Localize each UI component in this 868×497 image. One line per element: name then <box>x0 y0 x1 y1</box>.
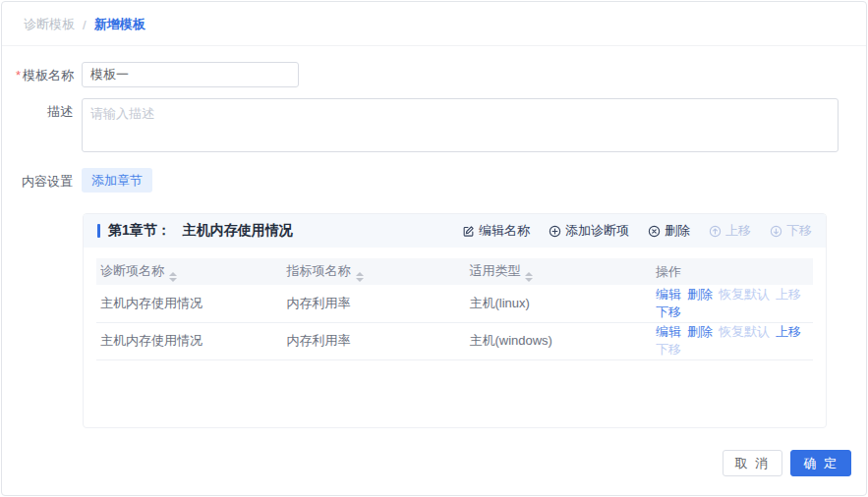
chapter-panel-header: 第1章节： 主机内存使用情况 编辑名称 添加诊断项 删除 上移 <box>84 214 826 248</box>
chapter-panel: 第1章节： 主机内存使用情况 编辑名称 添加诊断项 删除 上移 <box>83 213 827 428</box>
table-row: 主机内存使用情况 内存利用率 主机(linux) 编辑删除恢复默认上移下移 <box>96 285 813 322</box>
content-settings-label: 内容设置 <box>16 168 73 191</box>
cell-metric-name: 内存利用率 <box>283 322 466 359</box>
chapter-accent-bar <box>97 224 100 238</box>
add-chapter-button[interactable]: 添加章节 <box>82 168 152 193</box>
breadcrumb-parent[interactable]: 诊断模板 <box>24 16 75 33</box>
cell-operations: 编辑删除恢复默认上移下移 <box>652 285 813 322</box>
diagnostic-table-wrap: 诊断项名称 指标项名称 适用类型 操作 主机内存使用情况 内存利用率 主机(li… <box>84 248 826 360</box>
template-name-input[interactable] <box>82 62 299 87</box>
arrow-up-circle-icon <box>709 225 722 238</box>
sort-icon[interactable] <box>356 272 364 282</box>
chapter-title: 主机内存使用情况 <box>183 222 293 240</box>
move-chapter-up-action[interactable]: 上移 <box>709 222 751 240</box>
row-delete-link[interactable]: 删除 <box>687 324 713 339</box>
description-row: 描述 <box>16 98 866 152</box>
row-restore-default-link[interactable]: 恢复默认 <box>719 324 770 339</box>
cell-operations: 编辑删除恢复默认上移下移 <box>652 322 813 359</box>
chapter-prefix: 第1章节： <box>108 222 171 240</box>
add-diagnostic-action[interactable]: 添加诊断项 <box>549 222 629 240</box>
row-edit-link[interactable]: 编辑 <box>656 287 681 302</box>
breadcrumb-current: 新增模板 <box>94 16 145 33</box>
column-header-apply-type[interactable]: 适用类型 <box>465 258 652 285</box>
column-header-operation: 操作 <box>652 258 813 285</box>
cell-diagnostic-name: 主机内存使用情况 <box>96 322 283 359</box>
edit-square-icon <box>462 225 475 238</box>
plus-circle-icon <box>549 225 561 238</box>
close-circle-icon <box>648 225 661 238</box>
cell-metric-name: 内存利用率 <box>283 285 466 322</box>
sort-icon[interactable] <box>525 272 533 282</box>
sort-icon[interactable] <box>169 272 177 282</box>
row-move-up-link[interactable]: 上移 <box>776 324 801 339</box>
cell-diagnostic-name: 主机内存使用情况 <box>96 285 283 322</box>
table-header-row: 诊断项名称 指标项名称 适用类型 操作 <box>96 258 813 285</box>
row-edit-link[interactable]: 编辑 <box>656 324 681 339</box>
chapter-actions: 编辑名称 添加诊断项 删除 上移 下移 <box>462 222 812 240</box>
template-form: *模板名称 描述 内容设置 添加章节 <box>2 46 866 193</box>
row-restore-default-link[interactable]: 恢复默认 <box>719 287 770 302</box>
footer-buttons: 取 消 确 定 <box>723 450 851 476</box>
confirm-button[interactable]: 确 定 <box>790 450 851 476</box>
cell-apply-type: 主机(windows) <box>465 322 652 359</box>
arrow-down-circle-icon <box>770 225 782 238</box>
column-header-metric-name[interactable]: 指标项名称 <box>283 258 466 285</box>
description-label: 描述 <box>16 98 73 121</box>
diagnostic-table: 诊断项名称 指标项名称 适用类型 操作 主机内存使用情况 内存利用率 主机(li… <box>96 258 813 360</box>
row-move-up-link[interactable]: 上移 <box>776 287 801 302</box>
cancel-button[interactable]: 取 消 <box>723 450 783 476</box>
template-name-row: *模板名称 <box>16 62 866 87</box>
edit-name-action[interactable]: 编辑名称 <box>462 222 530 240</box>
new-template-page: 诊断模板 / 新增模板 *模板名称 描述 内容设置 添加章节 第1章节： 主机内… <box>1 1 867 496</box>
row-delete-link[interactable]: 删除 <box>687 287 713 302</box>
table-row: 主机内存使用情况 内存利用率 主机(windows) 编辑删除恢复默认上移下移 <box>96 322 813 359</box>
move-chapter-down-action[interactable]: 下移 <box>770 222 812 240</box>
description-textarea[interactable] <box>82 98 839 152</box>
column-header-diagnostic-name[interactable]: 诊断项名称 <box>96 258 283 285</box>
cell-apply-type: 主机(linux) <box>465 285 652 322</box>
breadcrumb: 诊断模板 / 新增模板 <box>2 2 866 46</box>
required-mark: * <box>16 68 21 83</box>
row-move-down-link[interactable]: 下移 <box>656 304 681 319</box>
content-settings-row: 内容设置 添加章节 <box>16 168 866 193</box>
delete-chapter-action[interactable]: 删除 <box>648 222 690 240</box>
template-name-label: *模板名称 <box>16 62 73 84</box>
breadcrumb-separator: / <box>83 18 87 32</box>
row-move-down-link[interactable]: 下移 <box>656 342 681 357</box>
